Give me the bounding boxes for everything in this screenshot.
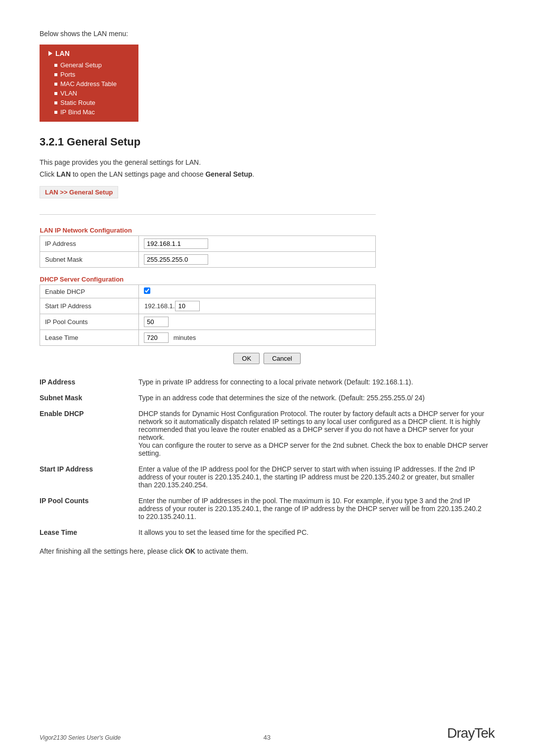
spacer-row [40,268,376,272]
lan-menu-item-vlan[interactable]: VLAN [48,89,130,98]
menu-item-label-0: General Setup [60,61,102,69]
lan-menu-heading: LAN [55,49,70,57]
desc-text: Enter a value of the IP address pool for… [138,461,494,493]
desc-term: IP Pool Counts [40,493,138,524]
start-ip-row: Start IP Address 192.168.1. [40,298,376,314]
pool-counts-value-cell [139,314,376,330]
menu-item-label-5: IP Bind Mac [60,108,95,116]
after-text: After finishing all the settings here, p… [40,547,494,555]
pool-counts-row: IP Pool Counts [40,314,376,330]
logo-tek: Tek [474,725,494,741]
section-desc2: Click LAN to open the LAN settings page … [40,170,494,178]
menu-item-label-4: Static Route [60,99,95,106]
enable-dhcp-label: Enable DHCP [40,285,139,298]
lan-link: LAN [56,170,71,178]
desc-text: DHCP stands for Dynamic Host Configurati… [138,406,494,461]
config-table: LAN IP Network Configuration IP Address … [40,223,376,346]
lan-menu: LAN General Setup Ports MAC Address Tabl… [40,45,138,122]
lease-time-row: Lease Time minutes [40,330,376,346]
lan-menu-item-static-route[interactable]: Static Route [48,98,130,107]
desc-row: Start IP AddressEnter a value of the IP … [40,461,494,493]
ip-address-label: IP Address [40,236,139,252]
lease-time-unit: minutes [174,334,196,341]
ip-address-value-cell [139,236,376,252]
desc-row: Lease TimeIt allows you to set the lease… [40,524,494,540]
bullet-icon [54,111,57,114]
menu-item-label-3: VLAN [60,90,77,97]
breadcrumb: LAN >> General Setup [40,186,118,198]
desc-row: IP AddressType in private IP address for… [40,374,494,390]
desc-term: Lease Time [40,524,138,540]
start-ip-label: Start IP Address [40,298,139,314]
desc-term: Subnet Mask [40,390,138,406]
section-title-text: General Setup [67,136,140,148]
pool-counts-input[interactable] [144,317,169,327]
enable-dhcp-value-cell [139,285,376,298]
lan-menu-item-general-setup[interactable]: General Setup [48,60,130,70]
section-number: 3.2.1 [40,136,64,148]
logo-dray: Dray [447,725,474,741]
desc-row: Enable DHCPDHCP stands for Dynamic Host … [40,406,494,461]
desc-text: It allows you to set the leased time for… [138,524,494,540]
footer-guide-title: Vigor2130 Series User's Guide [40,734,121,741]
desc-row: IP Pool CountsEnter the number of IP add… [40,493,494,524]
dhcp-section-label: DHCP Server Configuration [40,276,124,283]
bullet-icon [54,92,57,95]
triangle-icon [48,51,52,56]
pool-counts-label: IP Pool Counts [40,314,139,330]
desc-text: Type in an address code that determines … [138,390,494,406]
general-setup-link: General Setup [205,170,252,178]
subnet-mask-value-cell [139,252,376,268]
enable-dhcp-row: Enable DHCP [40,285,376,298]
bullet-icon [54,73,57,76]
bullet-icon [54,64,57,67]
divider [40,214,376,215]
desc-row: Subnet MaskType in an address code that … [40,390,494,406]
subnet-mask-row: Subnet Mask [40,252,376,268]
menu-item-label-2: MAC Address Table [60,80,117,88]
desc-term: Enable DHCP [40,406,138,461]
desc-text: Enter the number of IP addresses in the … [138,493,494,524]
lan-menu-item-ip-bind-mac[interactable]: IP Bind Mac [48,107,130,117]
desc-text: Type in private IP address for connectin… [138,374,494,390]
footer-logo: DrayTek [447,725,494,741]
dhcp-section-header: DHCP Server Configuration [40,272,376,285]
lan-menu-item-mac-address-table[interactable]: MAC Address Table [48,79,130,89]
lease-time-input[interactable] [144,332,169,343]
subnet-mask-label: Subnet Mask [40,252,139,268]
cancel-button[interactable]: Cancel [264,353,300,364]
bullet-icon [54,83,57,86]
bullet-icon [54,101,57,104]
lease-time-label: Lease Time [40,330,139,346]
lan-menu-title: LAN [48,49,130,57]
start-ip-prefix: 192.168.1. [144,302,175,310]
form-buttons: OK Cancel [40,353,494,364]
subnet-mask-input[interactable] [144,254,208,265]
start-ip-value-cell: 192.168.1. [139,298,376,314]
ok-strong: OK [185,547,195,555]
ok-button[interactable]: OK [233,353,260,364]
desc-term: IP Address [40,374,138,390]
start-ip-suffix-input[interactable] [175,301,200,311]
descriptions-table: IP AddressType in private IP address for… [40,374,494,540]
lan-menu-item-ports[interactable]: Ports [48,70,130,79]
enable-dhcp-checkbox[interactable] [144,287,150,294]
menu-item-label-1: Ports [60,71,75,78]
footer: Vigor2130 Series User's Guide 43 DrayTek [40,725,494,741]
lan-ip-section-label: LAN IP Network Configuration [40,227,132,234]
footer-page-number: 43 [264,734,270,741]
lan-ip-section-header: LAN IP Network Configuration [40,223,376,236]
ip-address-input[interactable] [144,238,208,249]
desc-term: Start IP Address [40,461,138,493]
ip-address-row: IP Address [40,236,376,252]
intro-text: Below shows the LAN menu: [40,30,494,38]
section-title: 3.2.1 General Setup [40,136,494,150]
section-desc1: This page provides you the general setti… [40,158,494,166]
lease-time-value-cell: minutes [139,330,376,346]
